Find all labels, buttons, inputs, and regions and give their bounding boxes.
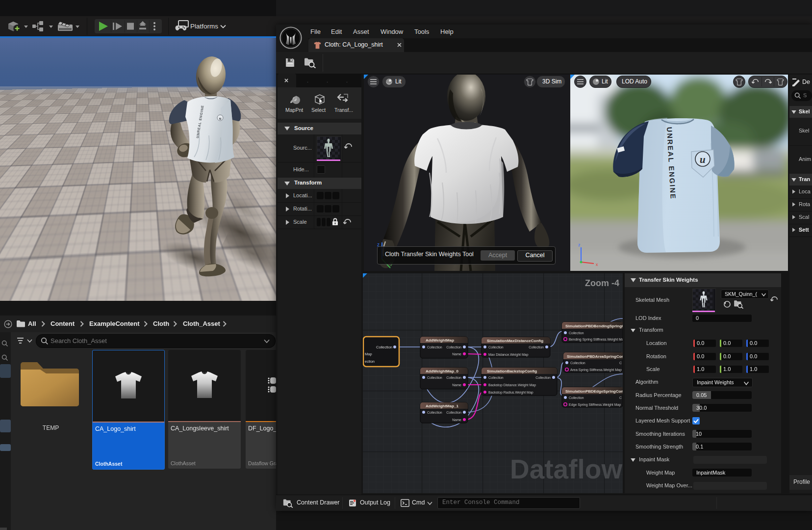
svg-text:z: z <box>578 242 581 247</box>
svg-text:Collection: Collection <box>446 345 461 349</box>
svg-text:Name: Name <box>452 383 461 387</box>
svg-text:u: u <box>700 154 706 165</box>
svg-text:Map: Map <box>365 352 372 356</box>
svg-text:Name: Name <box>452 418 461 422</box>
svg-text:C: C <box>619 361 622 365</box>
svg-text:x: x <box>596 262 598 267</box>
svg-text:Collection: Collection <box>488 376 504 379</box>
svg-text:Name: Name <box>452 352 461 356</box>
svg-text:Collection: Collection <box>376 345 392 349</box>
svg-text:SimulationPBDEdgeSpringConfig: SimulationPBDEdgeSpringConfig <box>565 389 623 394</box>
svg-text:ection: ection <box>365 359 375 364</box>
svg-text:Collection: Collection <box>427 345 442 349</box>
svg-text:Collection: Collection <box>427 376 442 379</box>
svg-text:Max Distance.Weight Map: Max Distance.Weight Map <box>488 353 529 357</box>
svg-text:Collection: Collection <box>569 331 584 335</box>
svg-text:SimulationMaxDistanceConfig: SimulationMaxDistanceConfig <box>487 339 543 343</box>
svg-text:Area Spring Stiffness.Weight M: Area Spring Stiffness.Weight Map <box>570 368 622 372</box>
svg-text:SimulationBackstopConfig: SimulationBackstopConfig <box>487 369 537 373</box>
svg-text:Backstop Distance.Weight Map: Backstop Distance.Weight Map <box>488 383 536 387</box>
svg-text:SimulationPBDAreaSpringConfig: SimulationPBDAreaSpringConfig <box>567 354 623 359</box>
svg-text:SimulationPBDBendingSpringConf: SimulationPBDBendingSpringConfig <box>565 324 623 328</box>
svg-text:AddWeightMap_0: AddWeightMap_0 <box>426 369 459 373</box>
svg-text:C: C <box>619 396 622 399</box>
svg-text:Dataflow: Dataflow <box>510 454 622 484</box>
svg-text:Collection: Collection <box>535 376 551 379</box>
svg-text:Bending Spring Stiffness.Weigh: Bending Spring Stiffness.Weight Map <box>569 338 623 342</box>
svg-text:u: u <box>219 116 222 121</box>
svg-text:Collection: Collection <box>569 396 584 399</box>
svg-text:Collection: Collection <box>488 345 504 349</box>
svg-text:AddWeightMap: AddWeightMap <box>426 338 454 343</box>
svg-text:Collection: Collection <box>446 376 461 379</box>
svg-text:Collection: Collection <box>570 361 585 365</box>
svg-text:Collection: Collection <box>529 345 544 349</box>
svg-text:Zoom -4: Zoom -4 <box>585 278 619 288</box>
svg-text:AddWeightMap_1: AddWeightMap_1 <box>426 404 459 408</box>
svg-text:Collection: Collection <box>446 411 461 414</box>
svg-text:Edge Spring Stiffness.Weight M: Edge Spring Stiffness.Weight Map <box>569 403 621 407</box>
svg-text:Backstop Radius.Weight Map: Backstop Radius.Weight Map <box>488 391 533 395</box>
svg-text:Collection: Collection <box>427 411 442 414</box>
